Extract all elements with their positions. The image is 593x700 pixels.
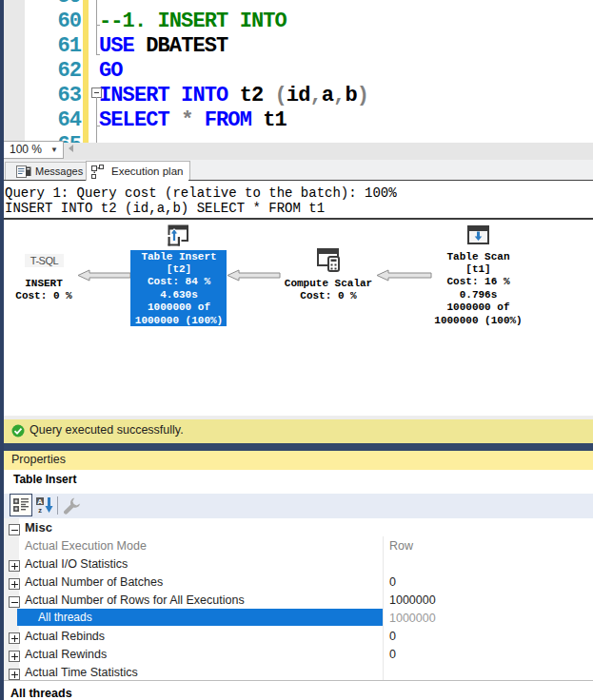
svg-text:A: A: [37, 497, 43, 506]
svg-text:z: z: [38, 506, 42, 514]
